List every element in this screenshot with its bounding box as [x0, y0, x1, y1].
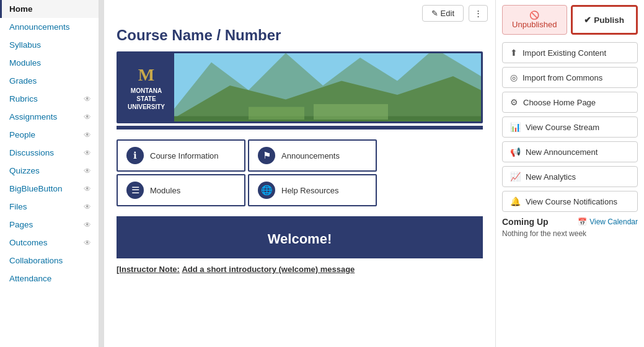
m-logo-letter: M: [138, 64, 154, 86]
sidebar-item-label: Announcements: [9, 22, 70, 32]
publish-row: 🚫 Unpublished ✔ Publish: [502, 5, 638, 35]
instructor-note-prefix: [Instructor Note:: [117, 265, 180, 274]
banner-bottom-bar: [117, 126, 483, 130]
sidebar-item-label: Attendance: [9, 274, 51, 283]
course-btn-label: Course Information: [150, 151, 219, 160]
svg-rect-4: [249, 107, 304, 120]
course-title: Course Name / Number: [117, 27, 483, 44]
course-btn-modules[interactable]: ☰Modules: [117, 174, 245, 206]
sidebar-item-label: Files: [9, 202, 27, 211]
action-btn-icon: ⚙: [510, 97, 518, 107]
sidebar-item-pages[interactable]: Pages👁: [0, 216, 99, 234]
main-content: ✎ Edit ⋮ Course Name / Number M MONTANA …: [104, 0, 495, 347]
course-btn-announcements[interactable]: ⚑Announcements: [248, 139, 377, 172]
sidebar-item-grades[interactable]: Grades: [0, 72, 99, 90]
sidebar-item-label: Assignments: [9, 112, 57, 121]
course-btn-icon: ☰: [126, 182, 144, 199]
view-calendar-link[interactable]: 📅 View Calendar: [578, 217, 638, 226]
calendar-icon: 📅: [578, 217, 587, 226]
sidebar-item-label: Quizzes: [9, 166, 40, 175]
course-btn-label: Modules: [150, 186, 180, 195]
sidebar-item-files[interactable]: Files👁: [0, 198, 99, 216]
view-calendar-label: View Calendar: [589, 217, 638, 226]
visibility-icon[interactable]: 👁: [84, 221, 91, 229]
top-bar: ✎ Edit ⋮: [104, 0, 495, 27]
welcome-heading: Welcome!: [128, 231, 472, 247]
action-btn-import-from-commons[interactable]: ◎Import from Commons: [502, 67, 638, 88]
svg-rect-5: [314, 104, 388, 120]
action-btn-label: View Course Stream: [526, 123, 599, 132]
sidebar-item-outcomes[interactable]: Outcomes👁: [0, 234, 99, 252]
action-btn-new-announcement[interactable]: 📢New Announcement: [502, 141, 638, 162]
action-btn-label: Import from Commons: [523, 73, 602, 82]
course-banner: M MONTANA STATE UNIVERSITY: [117, 51, 483, 123]
action-btn-icon: ⬆: [510, 48, 518, 58]
course-btn-icon: ⚑: [258, 147, 275, 164]
action-btn-import-existing-content[interactable]: ⬆Import Existing Content: [502, 42, 638, 63]
course-btn-icon: ℹ: [126, 147, 144, 164]
sidebar-item-rubrics[interactable]: Rubrics👁: [0, 90, 99, 108]
action-btn-label: Choose Home Page: [523, 98, 596, 107]
university-name: MONTANA: [131, 87, 162, 95]
course-btn-help-resources[interactable]: 🌐Help Resources: [248, 174, 377, 206]
sidebar-item-label: Home: [9, 4, 33, 14]
action-btn-icon: 📢: [510, 147, 521, 157]
coming-up-header: Coming Up 📅 View Calendar: [502, 217, 638, 227]
sidebar-item-collaborations[interactable]: Collaborations: [0, 252, 99, 270]
sidebar-item-people[interactable]: People👁: [0, 126, 99, 144]
sidebar-item-bigbluebutton[interactable]: BigBlueButton👁: [0, 180, 99, 198]
course-buttons-grid: ℹCourse Information⚑Announcements☰Module…: [117, 139, 377, 206]
sidebar-item-label: Grades: [9, 76, 37, 86]
right-panel: 🚫 Unpublished ✔ Publish ⬆Import Existing…: [495, 0, 644, 347]
visibility-icon[interactable]: 👁: [84, 95, 91, 103]
course-btn-label: Help Resources: [281, 186, 339, 195]
sidebar: HomeAnnouncementsSyllabusModulesGradesRu…: [0, 0, 99, 347]
visibility-icon[interactable]: 👁: [84, 239, 91, 247]
visibility-icon[interactable]: 👁: [84, 167, 91, 175]
visibility-icon[interactable]: 👁: [84, 185, 91, 193]
action-btn-view-course-stream[interactable]: 📊View Course Stream: [502, 116, 638, 138]
action-btn-label: New Analytics: [526, 172, 576, 182]
visibility-icon[interactable]: 👁: [84, 203, 91, 211]
edit-button[interactable]: ✎ Edit: [422, 5, 464, 22]
visibility-icon[interactable]: 👁: [84, 149, 91, 157]
course-btn-label: Announcements: [281, 151, 340, 160]
sidebar-item-quizzes[interactable]: Quizzes👁: [0, 162, 99, 180]
university-logo: M MONTANA STATE UNIVERSITY: [118, 53, 174, 121]
sidebar-item-announcements[interactable]: Announcements: [0, 18, 99, 36]
action-btn-icon: ◎: [510, 72, 518, 82]
visibility-icon[interactable]: 👁: [84, 113, 91, 121]
action-btn-icon: 📈: [510, 172, 521, 182]
sidebar-item-modules[interactable]: Modules: [0, 54, 99, 72]
action-btn-choose-home-page[interactable]: ⚙Choose Home Page: [502, 92, 638, 113]
sidebar-item-label: Outcomes: [9, 238, 48, 247]
publish-button[interactable]: ✔ Publish: [571, 5, 638, 35]
sidebar-item-discussions[interactable]: Discussions👁: [0, 144, 99, 162]
sidebar-item-assignments[interactable]: Assignments👁: [0, 108, 99, 126]
course-content: Course Name / Number M MONTANA STATE UNI…: [104, 27, 495, 280]
sidebar-item-label: BigBlueButton: [9, 184, 63, 193]
welcome-section: Welcome!: [117, 220, 483, 258]
sidebar-item-label: Pages: [9, 220, 33, 229]
sidebar-item-label: People: [9, 130, 35, 139]
more-options-button[interactable]: ⋮: [469, 5, 488, 22]
banner-mountain-image: [174, 51, 481, 121]
action-btn-icon: 📊: [510, 122, 521, 132]
sidebar-item-label: Syllabus: [9, 40, 41, 50]
sidebar-item-syllabus[interactable]: Syllabus: [0, 36, 99, 54]
visibility-icon[interactable]: 👁: [84, 131, 91, 139]
course-btn-course-information[interactable]: ℹCourse Information: [117, 139, 245, 172]
scrollbar-divider: [99, 0, 104, 347]
sidebar-item-label: Modules: [9, 58, 41, 68]
sidebar-item-attendance[interactable]: Attendance: [0, 270, 99, 288]
action-btn-new-analytics[interactable]: 📈New Analytics: [502, 166, 638, 187]
action-btn-icon: 🔔: [510, 196, 521, 206]
unpublish-button[interactable]: 🚫 Unpublished: [502, 5, 567, 35]
action-btn-view-course-notifications[interactable]: 🔔View Course Notifications: [502, 191, 638, 212]
sidebar-item-home[interactable]: Home: [0, 0, 99, 18]
sidebar-item-label: Discussions: [9, 148, 54, 157]
university-sub: STATE UNIVERSITY: [123, 95, 169, 111]
no-upcoming-text: Nothing for the next week: [502, 229, 638, 238]
action-btn-label: Import Existing Content: [523, 48, 606, 58]
course-btn-icon: 🌐: [258, 182, 275, 199]
